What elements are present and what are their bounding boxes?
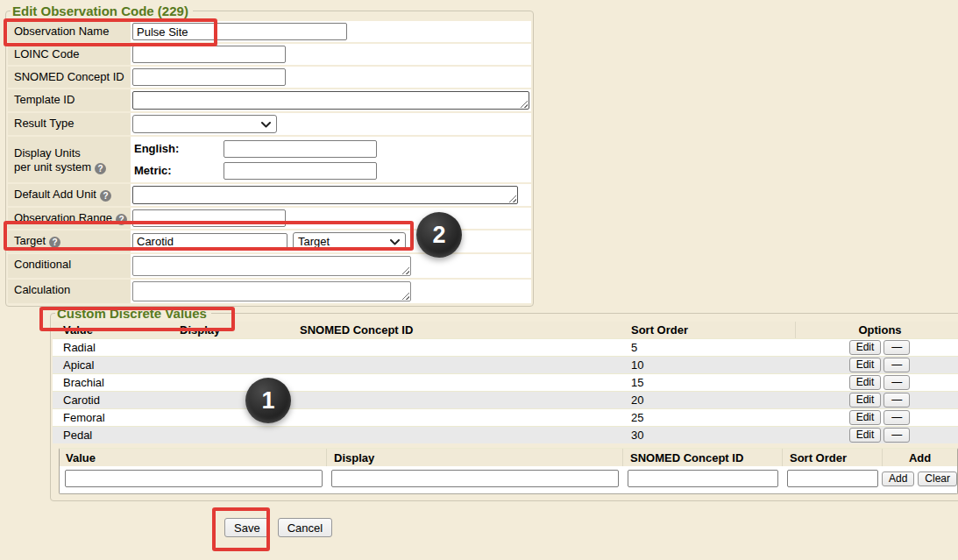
edit-button[interactable]: Edit xyxy=(849,358,882,372)
row-sort-order: 5 xyxy=(627,341,795,354)
row-result-type: Result Type xyxy=(8,113,531,135)
col-snomed: SNOMED Concept ID xyxy=(295,323,627,337)
conditional-label: Conditional xyxy=(8,254,131,278)
english-units-input[interactable] xyxy=(224,140,377,158)
remove-button[interactable]: — xyxy=(883,340,910,355)
edit-button[interactable]: Edit xyxy=(849,340,882,355)
row-loinc-code: LOINC Code xyxy=(8,44,531,65)
table-header: Value Display SNOMED Concept ID Sort Ord… xyxy=(53,322,958,338)
new-display-input[interactable] xyxy=(331,470,619,487)
remove-button[interactable]: — xyxy=(883,428,910,443)
default-add-unit-textarea[interactable] xyxy=(132,186,518,204)
remove-button[interactable]: — xyxy=(883,375,910,390)
row-sort-order: 10 xyxy=(627,358,795,372)
footer-actions: Save Cancel xyxy=(224,518,332,537)
row-observation-range: Observation Range? xyxy=(8,208,531,229)
calculation-label: Calculation xyxy=(8,280,131,303)
add-col-sort-order: Sort Order xyxy=(782,449,882,466)
resize-grip-icon[interactable] xyxy=(401,292,409,300)
loinc-code-label: LOINC Code xyxy=(8,44,131,65)
row-conditional: Conditional xyxy=(8,254,531,278)
edit-button[interactable]: Edit xyxy=(849,375,882,390)
target-input[interactable] xyxy=(132,233,287,251)
table-row: Radial 5 Edit— xyxy=(53,338,958,356)
new-value-input[interactable] xyxy=(65,470,323,487)
row-value: Radial xyxy=(53,341,175,354)
add-value-box: Value Display SNOMED Concept ID Sort Ord… xyxy=(59,448,958,494)
row-display-units: Display Units per unit system? English: … xyxy=(8,137,531,182)
resize-grip-icon[interactable] xyxy=(520,100,528,108)
add-col-snomed: SNOMED Concept ID xyxy=(622,449,782,466)
observation-name-label: Observation Name xyxy=(8,21,131,42)
col-value: Value xyxy=(53,323,175,337)
add-col-add: Add xyxy=(882,449,957,466)
save-button[interactable]: Save xyxy=(224,518,270,537)
table-row: Brachial 15 Edit— xyxy=(53,373,958,391)
chevron-down-icon xyxy=(390,239,400,245)
loinc-code-input[interactable] xyxy=(132,46,286,63)
template-id-label: Template ID xyxy=(8,89,131,111)
row-default-add-unit: Default Add Unit? xyxy=(8,184,531,206)
default-add-unit-label: Default Add Unit xyxy=(14,188,96,201)
remove-button[interactable]: — xyxy=(883,410,910,425)
add-col-display: Display xyxy=(326,449,622,466)
help-icon[interactable]: ? xyxy=(100,190,111,202)
row-value: Brachial xyxy=(53,376,175,389)
observation-name-input[interactable] xyxy=(132,23,347,40)
help-icon[interactable]: ? xyxy=(49,237,60,248)
custom-discrete-values-section: Custom Discrete Values Value Display SNO… xyxy=(50,306,958,501)
conditional-textarea[interactable] xyxy=(132,256,411,276)
add-button[interactable]: Add xyxy=(882,471,914,486)
row-value: Carotid xyxy=(53,393,175,407)
help-icon[interactable]: ? xyxy=(95,163,106,174)
display-units-label-line1: Display Units xyxy=(14,146,128,160)
table-row: Apical 10 Edit— xyxy=(53,356,958,373)
row-snomed-concept-id: SNOMED Concept ID xyxy=(8,67,531,88)
row-observation-name: Observation Name xyxy=(8,21,531,42)
row-target: Target? Target xyxy=(8,230,531,252)
result-type-select[interactable] xyxy=(132,115,277,133)
display-units-label-line2: per unit system xyxy=(14,160,91,174)
table-row: Carotid 20 Edit— xyxy=(53,391,958,408)
resize-grip-icon[interactable] xyxy=(508,195,516,202)
edit-button[interactable]: Edit xyxy=(849,410,882,425)
form-title: Edit Observation Code (229) xyxy=(11,4,193,18)
edit-observation-form: Edit Observation Code (229) Observation … xyxy=(5,4,534,307)
target-label: Target xyxy=(14,234,46,247)
col-options: Options xyxy=(795,322,958,338)
row-sort-order: 30 xyxy=(627,429,795,442)
edit-button[interactable]: Edit xyxy=(849,393,882,408)
template-id-textarea[interactable] xyxy=(132,91,529,110)
add-row-header: Value Display SNOMED Concept ID Sort Ord… xyxy=(60,449,957,466)
row-sort-order: 15 xyxy=(627,376,795,389)
new-snomed-input[interactable] xyxy=(628,470,778,487)
cancel-button[interactable]: Cancel xyxy=(278,518,332,537)
snomed-concept-id-label: SNOMED Concept ID xyxy=(8,67,131,88)
metric-units-input[interactable] xyxy=(224,162,377,180)
table-row: Pedal 30 Edit— xyxy=(53,426,958,443)
page: Edit Observation Code (229) Observation … xyxy=(0,0,958,560)
help-icon[interactable]: ? xyxy=(116,214,127,225)
clear-button[interactable]: Clear xyxy=(918,471,957,486)
remove-button[interactable]: — xyxy=(883,393,910,408)
observation-range-label: Observation Range xyxy=(14,211,112,224)
row-sort-order: 20 xyxy=(627,393,795,407)
remove-button[interactable]: — xyxy=(883,358,910,372)
table-row: Femoral 25 Edit— xyxy=(53,408,958,426)
english-units-label: English: xyxy=(132,142,224,155)
row-template-id: Template ID xyxy=(8,89,531,111)
col-sort-order: Sort Order xyxy=(627,323,795,337)
observation-range-input[interactable] xyxy=(132,209,286,227)
snomed-concept-id-input[interactable] xyxy=(132,68,286,86)
edit-button[interactable]: Edit xyxy=(849,428,882,443)
chevron-down-icon xyxy=(261,122,271,128)
row-value: Femoral xyxy=(53,411,175,424)
new-sort-order-input[interactable] xyxy=(787,470,878,487)
resize-grip-icon[interactable] xyxy=(401,266,409,274)
custom-discrete-values-title: Custom Discrete Values xyxy=(55,306,211,321)
row-value: Apical xyxy=(53,358,175,372)
calculation-textarea[interactable] xyxy=(132,281,411,301)
target-select[interactable]: Target xyxy=(293,232,406,251)
result-type-label: Result Type xyxy=(8,113,131,135)
target-selected-value: Target xyxy=(298,235,330,248)
